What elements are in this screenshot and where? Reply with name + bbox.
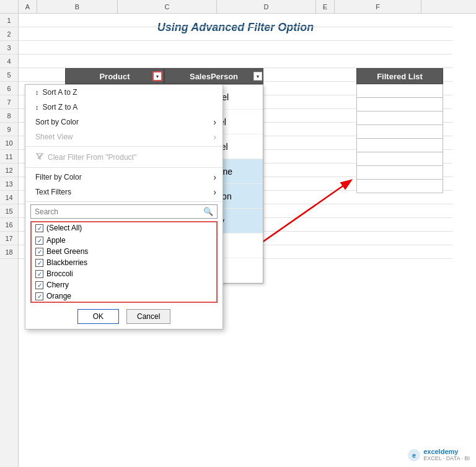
checkbox-list[interactable]: (Select All) Apple Beet Greens Blackberr… <box>30 221 218 303</box>
sort-by-color-item[interactable]: Sort by Color <box>25 115 223 129</box>
filtered-cell-7 <box>356 166 443 180</box>
sort-za-icon: ↕ <box>35 103 39 111</box>
menu-divider-3 <box>25 201 223 202</box>
col-header-e: E <box>316 0 335 13</box>
sort-by-color-label: Sort by Color <box>35 118 79 126</box>
filtered-list-cells <box>356 84 443 193</box>
watermark-sub-text: EXCEL · DATA · BI <box>423 455 470 462</box>
sort-a-z-item[interactable]: ↕ Sort A to Z <box>25 85 223 100</box>
table-header-row: Product SalesPerson ▼ <box>65 68 263 84</box>
column-headers: A B C D E F <box>0 0 476 14</box>
checkbox-apple[interactable]: Apple <box>32 235 216 246</box>
text-filters-label: Text Filters <box>35 188 71 196</box>
filter-by-color-label: Filter by Color <box>35 173 82 181</box>
col-header-c: C <box>118 0 217 13</box>
checkbox-orange[interactable]: Orange <box>32 290 216 302</box>
row-num-2: 2 <box>0 27 18 41</box>
watermark: e exceldemy EXCEL · DATA · BI <box>407 448 470 462</box>
row-num-4: 4 <box>0 55 18 68</box>
checkbox-beet-greens-cb[interactable] <box>35 248 43 256</box>
search-container[interactable]: 🔍 <box>30 204 218 219</box>
row-num-10: 10 <box>0 136 18 150</box>
search-input[interactable] <box>31 206 200 218</box>
salesperson-dropdown-button[interactable]: ▼ <box>253 72 262 81</box>
checkbox-orange-label: Orange <box>46 292 71 300</box>
row-num-3: 3 <box>0 41 18 55</box>
salesperson-header[interactable]: SalesPerson ▼ <box>164 68 263 84</box>
grid-row-4 <box>19 55 452 68</box>
sort-z-a-item[interactable]: ↕ Sort Z to A <box>25 100 223 115</box>
filtered-cell-2 <box>356 98 443 111</box>
sheet-view-label: Sheet View <box>35 133 73 141</box>
row-num-13: 13 <box>0 177 18 191</box>
filter-by-color-item[interactable]: Filter by Color <box>25 170 223 185</box>
checkbox-cherry[interactable]: Cherry <box>32 279 216 290</box>
clear-filter-label: Clear Filter From "Product" <box>48 153 136 162</box>
product-header[interactable]: Product <box>65 68 164 84</box>
grid-row-3 <box>19 41 452 55</box>
sheet-view-item[interactable]: Sheet View <box>25 129 223 144</box>
spreadsheet-body: 1 2 3 4 5 6 7 8 9 10 11 12 13 14 15 16 1… <box>0 14 476 467</box>
filtered-cell-5 <box>356 139 443 152</box>
menu-divider-2 <box>25 167 223 168</box>
row-num-17: 17 <box>0 232 18 245</box>
checkbox-broccoli-cb[interactable] <box>35 270 43 278</box>
checkbox-apple-label: Apple <box>46 236 66 245</box>
col-header-a: A <box>19 0 37 13</box>
filtered-cell-1 <box>356 84 443 98</box>
watermark-logo-icon: e <box>407 448 421 462</box>
sort-az-label: Sort A to Z <box>43 88 77 97</box>
checkbox-blackberries-cb[interactable] <box>35 259 43 267</box>
checkbox-beet-greens[interactable]: Beet Greens <box>32 246 216 257</box>
spreadsheet: A B C D E F 1 2 3 4 5 6 7 8 9 10 11 12 1… <box>0 0 476 467</box>
row-num-12: 12 <box>0 164 18 177</box>
cancel-button[interactable]: Cancel <box>126 309 170 324</box>
search-icon: 🔍 <box>200 205 217 218</box>
row-num-9: 9 <box>0 123 18 136</box>
product-dropdown-button[interactable] <box>152 71 162 81</box>
row-num-1: 1 <box>0 14 18 27</box>
header-corner <box>0 0 19 13</box>
sort-az-icon: ↕ <box>35 89 39 96</box>
checkbox-apple-cb[interactable] <box>35 237 43 245</box>
checkbox-cherry-cb[interactable] <box>35 281 43 289</box>
grid-row-2 <box>19 27 452 41</box>
ok-button[interactable]: OK <box>77 309 119 324</box>
row-num-7: 7 <box>0 95 18 109</box>
watermark-logo-text: exceldemy <box>423 448 470 455</box>
clear-filter-item[interactable]: Clear Filter From "Product" <box>25 149 223 165</box>
clear-filter-icon <box>35 152 44 162</box>
filtered-cell-3 <box>356 111 443 125</box>
checkbox-orange-cb[interactable] <box>35 292 43 300</box>
row-num-8: 8 <box>0 109 18 123</box>
filter-buttons: OK Cancel <box>25 309 223 324</box>
checkbox-blackberries[interactable]: Blackberries <box>32 257 216 268</box>
grid-row-1 <box>19 14 452 27</box>
text-filters-item[interactable]: Text Filters <box>25 185 223 199</box>
col-header-f: F <box>335 0 421 13</box>
checkbox-beet-greens-label: Beet Greens <box>46 247 88 256</box>
filtered-cell-8 <box>356 180 443 193</box>
checkbox-blackberries-label: Blackberries <box>46 258 87 267</box>
checkbox-broccoli[interactable]: Broccoli <box>32 268 216 279</box>
row-num-16: 16 <box>0 218 18 232</box>
svg-text:e: e <box>412 452 416 459</box>
filtered-list-label: Filtered List <box>377 72 423 81</box>
checkbox-broccoli-label: Broccoli <box>46 269 73 278</box>
grid-area: Using Advanced Filter Option <box>19 14 476 467</box>
select-all-item[interactable]: (Select All) <box>32 222 216 234</box>
menu-divider-1 <box>25 146 223 147</box>
select-all-checkbox[interactable] <box>35 224 43 232</box>
checkbox-cherry-label: Cherry <box>46 281 69 289</box>
row-num-5: 5 <box>0 68 18 82</box>
col-header-d: D <box>217 0 316 13</box>
filtered-list-header: Filtered List <box>356 68 443 84</box>
filter-menu[interactable]: ↕ Sort A to Z ↕ Sort Z to A Sort by Colo… <box>25 84 223 330</box>
row-num-6: 6 <box>0 82 18 95</box>
row-num-11: 11 <box>0 150 18 164</box>
row-num-14: 14 <box>0 191 18 204</box>
row-numbers: 1 2 3 4 5 6 7 8 9 10 11 12 13 14 15 16 1… <box>0 14 19 467</box>
filtered-cell-4 <box>356 125 443 139</box>
select-all-label: (Select All) <box>46 224 82 232</box>
sort-za-label: Sort Z to A <box>43 103 78 111</box>
